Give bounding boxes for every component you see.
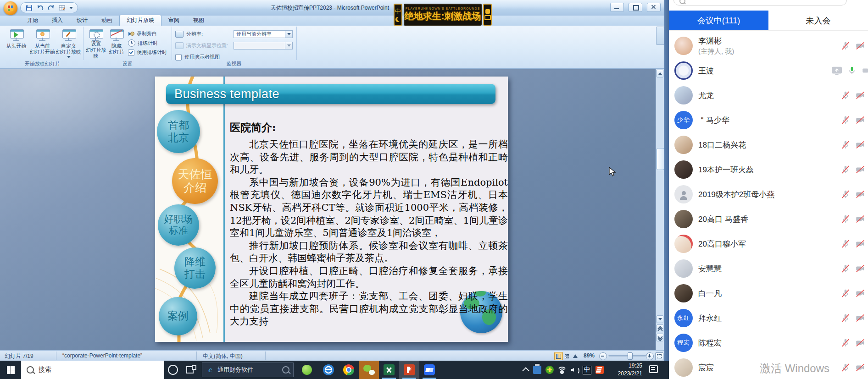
participant-row[interactable]: 白一凡 xyxy=(669,281,868,306)
fit-to-window-button[interactable] xyxy=(655,352,663,360)
participant-row[interactable]: 19本护一班火蕊 xyxy=(669,157,868,182)
camera-muted-icon[interactable] xyxy=(855,338,865,348)
next-slide-button[interactable] xyxy=(657,334,663,341)
zoom-in-button[interactable] xyxy=(646,352,654,360)
input-method-indicator[interactable]: 中 xyxy=(583,366,591,374)
mic-muted-icon[interactable] xyxy=(840,239,851,249)
participant-row[interactable]: 宸宸 xyxy=(669,355,868,379)
participant-search-box[interactable] xyxy=(673,0,847,5)
tab-home[interactable]: 开始 xyxy=(20,15,45,26)
camera-muted-icon[interactable] xyxy=(855,115,865,125)
sogou-input-icon[interactable] xyxy=(595,366,604,374)
mic-muted-icon[interactable] xyxy=(840,165,851,175)
custom-slideshow-button[interactable]: 自定义 幻灯片放映 xyxy=(56,27,81,59)
cortana-icon[interactable] xyxy=(168,365,178,375)
from-beginning-button[interactable]: 从头开始 xyxy=(4,27,29,59)
participant-row[interactable]: 2019级本护2班母小燕 xyxy=(669,182,868,207)
redo-icon[interactable] xyxy=(47,4,55,11)
tab-slideshow[interactable]: 幻灯片放映 xyxy=(119,15,161,26)
tab-view[interactable]: 视图 xyxy=(186,15,211,26)
customize-quick-access-icon[interactable] xyxy=(69,7,73,9)
tab-not-joined[interactable]: 未入会 xyxy=(768,11,868,30)
camera-muted-icon[interactable] xyxy=(855,189,865,199)
participant-row[interactable]: 安慧慧 xyxy=(669,256,868,281)
slide-body-text[interactable]: 医院简介: 北京天佐恒口腔医院，坐落在环境优美的延庆区，是一所档次高、设备先进、… xyxy=(230,121,508,328)
mic-muted-icon[interactable] xyxy=(840,41,851,51)
mic-muted-icon[interactable] xyxy=(840,288,851,298)
vertical-scrollbar[interactable] xyxy=(656,69,664,350)
close-button[interactable] xyxy=(647,3,661,12)
nav-circle-cases[interactable]: 案例 xyxy=(159,297,197,335)
slide-sorter-button[interactable] xyxy=(562,352,571,360)
usb-device-icon[interactable] xyxy=(533,366,541,374)
resolution-select[interactable]: 使用当前分辨率 xyxy=(234,30,293,38)
participant-row[interactable]: 18口二杨兴花 xyxy=(669,132,868,157)
scroll-up-button[interactable] xyxy=(657,70,663,77)
mic-muted-icon[interactable] xyxy=(840,214,851,224)
mic-muted-icon[interactable] xyxy=(840,90,851,100)
camera-muted-icon[interactable] xyxy=(855,239,865,249)
zoom-out-button[interactable] xyxy=(599,352,607,360)
taskbar-ie-button[interactable] xyxy=(318,361,339,379)
participant-row[interactable]: 20高口穆小军 xyxy=(669,231,868,256)
from-current-slide-button[interactable]: 从当前 幻灯片开始 xyxy=(30,27,55,59)
camera-muted-icon[interactable] xyxy=(855,140,865,150)
taskbar-meeting-button[interactable] xyxy=(419,361,440,379)
slideshow-view-button[interactable] xyxy=(571,352,579,360)
participant-row[interactable]: 尤龙 xyxy=(669,83,868,108)
minimize-button[interactable] xyxy=(610,3,624,12)
participant-row[interactable]: 永红 拜永红 xyxy=(669,306,868,330)
mic-muted-icon[interactable] xyxy=(840,264,851,274)
camera-muted-icon[interactable] xyxy=(855,313,865,323)
undo-icon[interactable] xyxy=(36,4,44,11)
mic-muted-icon[interactable] xyxy=(840,189,851,199)
rehearse-timings-button[interactable]: 排练计时 xyxy=(128,39,167,47)
tab-review[interactable]: 审阅 xyxy=(161,15,186,26)
participant-row[interactable]: 20高口 马盛香 xyxy=(669,207,868,231)
camera-muted-icon[interactable] xyxy=(855,363,865,373)
office-button[interactable] xyxy=(4,1,17,15)
taskbar-address-bar[interactable]: 通用财务软件 xyxy=(202,363,294,377)
mic-muted-icon[interactable] xyxy=(840,363,851,373)
camera-muted-icon[interactable] xyxy=(855,288,865,298)
nav-circle-good-workplace[interactable]: 好职场 标准 xyxy=(158,204,199,246)
use-rehearsed-timings-option[interactable]: 使用排练计时 xyxy=(128,49,167,56)
hidden-icons-chevron-icon[interactable] xyxy=(522,367,529,374)
save-icon[interactable] xyxy=(25,4,33,11)
taskbar-powerpoint-button[interactable] xyxy=(399,361,419,379)
taskbar-wechat-button[interactable] xyxy=(359,361,379,379)
taskbar-chrome-button[interactable] xyxy=(339,361,359,379)
nav-circle-dimension-strike[interactable]: 降维 打击 xyxy=(174,247,216,289)
draw-table-icon[interactable] xyxy=(58,4,66,11)
start-button[interactable] xyxy=(0,361,21,379)
participant-row[interactable]: 李渊彬(主持人, 我) xyxy=(669,33,868,58)
tab-in-meeting[interactable]: 会议中(111) xyxy=(669,11,768,30)
zoom-level[interactable]: 89% xyxy=(584,352,595,359)
taskbar-clock[interactable]: 19:25 2023/2/21 xyxy=(618,362,642,378)
mic-muted-icon[interactable] xyxy=(840,140,851,150)
chevron-down-icon[interactable] xyxy=(285,31,292,38)
screen-share-icon[interactable] xyxy=(831,66,842,76)
tab-animations[interactable]: 动画 xyxy=(95,15,119,26)
setup-slideshow-button[interactable]: 设置 幻灯片放映 xyxy=(85,27,107,59)
use-timings-checkbox[interactable] xyxy=(128,49,134,56)
task-view-icon[interactable] xyxy=(186,366,194,374)
participant-row[interactable]: 少华 ＂马少华 xyxy=(669,108,868,132)
scroll-down-button[interactable] xyxy=(657,315,663,323)
taskbar-search-box[interactable]: 搜索 xyxy=(21,361,164,379)
antivirus-icon[interactable] xyxy=(545,366,554,374)
participant-row[interactable]: 王波 xyxy=(669,58,868,83)
mic-muted-icon[interactable] xyxy=(840,313,851,323)
volume-icon[interactable] xyxy=(570,366,579,374)
language-indicator[interactable]: 中文(简体, 中国) xyxy=(203,352,243,360)
hide-slide-button[interactable]: 隐藏 幻灯片 xyxy=(107,27,126,59)
presenter-view-checkbox[interactable] xyxy=(175,54,182,60)
green-app-icon[interactable] xyxy=(302,365,312,375)
record-narration-button[interactable]: 录制旁白 xyxy=(128,30,167,37)
camera-icon[interactable] xyxy=(862,66,868,76)
slide-title-banner[interactable]: Business template xyxy=(166,84,495,104)
mic-muted-icon[interactable] xyxy=(840,115,851,125)
mic-muted-icon[interactable] xyxy=(840,338,851,348)
notification-center-icon[interactable] xyxy=(649,365,658,373)
taskbar-excel-button[interactable] xyxy=(379,361,399,379)
